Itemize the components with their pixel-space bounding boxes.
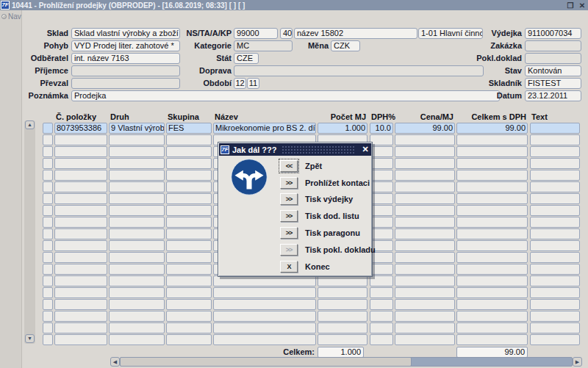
table-cell[interactable] <box>370 158 393 169</box>
row-selector[interactable] <box>43 170 53 181</box>
field-obdobi-mesic[interactable]: 12 <box>234 78 246 89</box>
table-cell[interactable] <box>54 228 107 239</box>
table-cell[interactable] <box>213 299 316 310</box>
table-cell[interactable] <box>530 217 580 228</box>
table-cell[interactable] <box>530 311 580 322</box>
table-cell[interactable] <box>109 134 165 145</box>
row-selector[interactable] <box>43 158 53 169</box>
table-cell[interactable]: FES <box>166 123 212 134</box>
table-cell[interactable] <box>395 205 455 216</box>
table-cell[interactable] <box>54 322 107 333</box>
row-selector[interactable] <box>43 134 53 145</box>
table-cell[interactable] <box>456 334 528 345</box>
row-selector[interactable] <box>43 193 53 204</box>
table-cell[interactable] <box>54 217 107 228</box>
field-obdobi-rok[interactable]: 11 <box>247 78 259 89</box>
table-cell[interactable] <box>456 322 528 333</box>
table-cell[interactable] <box>530 158 580 169</box>
table-cell[interactable] <box>318 311 368 322</box>
table-cell[interactable] <box>370 334 393 345</box>
close-icon[interactable]: ✕ <box>576 1 588 10</box>
table-cell[interactable] <box>213 275 316 286</box>
table-cell[interactable] <box>166 299 212 310</box>
table-cell[interactable] <box>370 170 393 181</box>
column-header[interactable]: DPH% <box>370 112 393 122</box>
row-selector[interactable] <box>43 205 53 216</box>
field-prijemce[interactable] <box>71 65 180 76</box>
field-prevzal[interactable] <box>71 78 180 89</box>
row-selector[interactable] <box>43 311 53 322</box>
table-cell[interactable] <box>370 299 393 310</box>
table-cell[interactable] <box>109 193 165 204</box>
table-cell[interactable] <box>395 311 455 322</box>
table-cell[interactable] <box>370 181 393 192</box>
row-selector[interactable] <box>43 252 53 263</box>
field-mena[interactable]: CZK <box>331 40 360 51</box>
table-cell[interactable] <box>166 158 212 169</box>
table-cell[interactable] <box>54 181 107 192</box>
table-cell[interactable] <box>213 311 316 322</box>
table-cell[interactable] <box>318 287 368 298</box>
table-cell[interactable] <box>318 322 368 333</box>
column-header[interactable]: Text <box>530 112 580 122</box>
field-pokl-doklad[interactable] <box>525 53 581 64</box>
table-cell[interactable] <box>456 264 528 275</box>
table-cell[interactable] <box>395 299 455 310</box>
column-header[interactable]: Č. položky <box>54 112 107 122</box>
table-cell[interactable] <box>456 299 528 310</box>
row-selector[interactable] <box>43 146 53 157</box>
field-stav[interactable]: Kontován <box>525 65 581 76</box>
dialog-close-icon[interactable]: ✕ <box>359 145 371 154</box>
hscroll-thumb[interactable] <box>120 357 412 367</box>
field-sklad[interactable]: Sklad vlastní výrobky a zboží Liberec <box>71 28 180 39</box>
table-cell[interactable] <box>456 170 528 181</box>
column-header[interactable]: Skupina <box>166 112 212 122</box>
table-cell[interactable]: 8073953386 <box>54 123 107 134</box>
column-header[interactable]: Cena/MJ <box>395 112 455 122</box>
table-cell[interactable] <box>456 311 528 322</box>
row-selector[interactable] <box>43 275 53 286</box>
horizontal-scrollbar[interactable]: ◀ ▶ <box>110 357 582 367</box>
table-cell[interactable] <box>166 228 212 239</box>
table-cell[interactable] <box>109 205 165 216</box>
table-cell[interactable]: 99.00 <box>395 123 455 134</box>
table-cell[interactable] <box>456 158 528 169</box>
table-cell[interactable] <box>530 146 580 157</box>
dialog-button-prohlizet-kontaci[interactable]: >> <box>280 177 298 189</box>
scroll-up-icon[interactable]: ▲ <box>25 120 35 129</box>
row-selector[interactable] <box>43 322 53 333</box>
table-cell[interactable] <box>109 146 165 157</box>
field-datum[interactable]: 23.12.2011 <box>525 90 581 101</box>
table-cell[interactable] <box>370 311 393 322</box>
table-cell[interactable] <box>54 158 107 169</box>
table-cell[interactable] <box>109 228 165 239</box>
table-cell[interactable] <box>395 158 455 169</box>
table-cell[interactable] <box>109 299 165 310</box>
table-cell[interactable] <box>395 146 455 157</box>
table-cell[interactable] <box>318 334 368 345</box>
table-cell[interactable] <box>395 334 455 345</box>
table-cell[interactable] <box>395 252 455 263</box>
table-cell[interactable] <box>166 252 212 263</box>
table-cell[interactable] <box>54 287 107 298</box>
column-header[interactable]: Druh <box>109 112 165 122</box>
table-cell[interactable] <box>54 205 107 216</box>
row-selector[interactable] <box>43 240 53 251</box>
table-cell[interactable] <box>54 170 107 181</box>
column-header[interactable]: Počet MJ <box>318 112 368 122</box>
table-cell[interactable] <box>166 240 212 251</box>
table-cell[interactable] <box>109 240 165 251</box>
table-cell[interactable] <box>54 252 107 263</box>
table-cell[interactable] <box>395 217 455 228</box>
table-cell[interactable] <box>54 134 107 145</box>
table-cell[interactable] <box>166 275 212 286</box>
table-cell[interactable] <box>213 287 316 298</box>
table-cell[interactable] <box>456 252 528 263</box>
table-cell[interactable] <box>166 170 212 181</box>
table-cell[interactable] <box>530 134 580 145</box>
table-cell[interactable] <box>370 264 393 275</box>
table-cell[interactable] <box>54 146 107 157</box>
table-cell[interactable]: Mikroekonomie pro BS 2. díl <box>213 123 316 134</box>
table-cell[interactable] <box>166 264 212 275</box>
table-cell[interactable] <box>456 240 528 251</box>
